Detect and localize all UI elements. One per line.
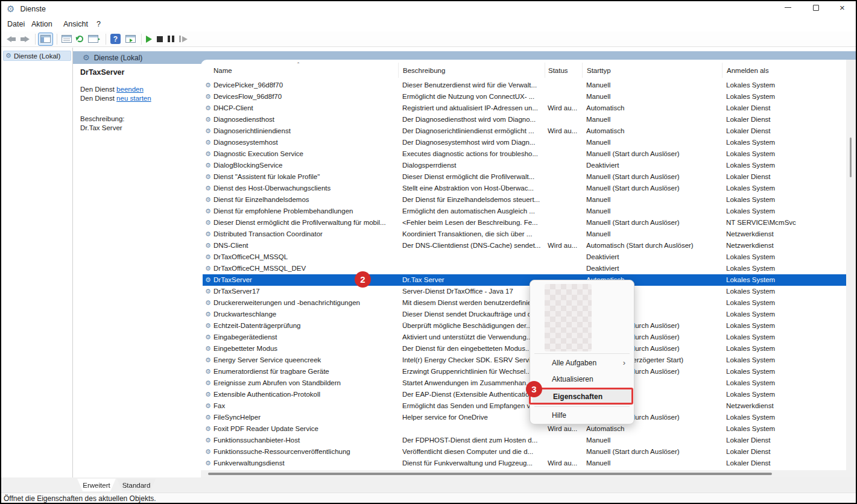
table-row[interactable]: ⚙Diagnostic Execution ServiceExecutes di… — [203, 148, 846, 160]
tree-item-dienste-lokal[interactable]: ⚙ Dienste (Lokal) — [3, 51, 71, 61]
table-row[interactable]: ⚙Energy Server Service queencreekIntel(r… — [203, 354, 846, 366]
table-row[interactable]: ⚙Funktionssuchanbieter-HostDer FDPHOST-D… — [203, 435, 846, 446]
menu-ansicht[interactable]: Ansicht — [63, 20, 88, 28]
table-row[interactable]: ⚙DevicesFlow_96d8f70Ermöglicht die Nutzu… — [203, 91, 846, 102]
cell-anmelden-als: Lokaler Dienst — [726, 446, 841, 458]
table-row[interactable]: ⚙EingabegerätedienstAktiviert und unters… — [203, 332, 846, 343]
cell-starttyp: Manuell — [586, 206, 743, 217]
table-row[interactable]: ⚙Dienst des Host-ÜberwachungsclientsStel… — [203, 183, 846, 194]
column-header-status[interactable]: Status — [548, 67, 568, 74]
cell-beschreibung: Ermöglicht das Senden und Empfangen v... — [402, 400, 545, 412]
tab-erweitert[interactable]: Erweitert — [77, 479, 116, 491]
table-row[interactable]: ⚙DruckwarteschlangeDieser Dienst sendet … — [203, 309, 846, 320]
column-divider[interactable] — [582, 63, 583, 78]
cell-anmelden-als: Lokales System — [726, 309, 841, 320]
cell-beschreibung: Der Diagnosesystemhost wird vom Diagn... — [402, 137, 545, 148]
horizontal-scrollbar[interactable] — [201, 470, 846, 477]
menu-item-hilfe[interactable]: Hilfe — [531, 408, 633, 423]
refresh-button[interactable] — [75, 33, 85, 46]
maximize-button[interactable] — [802, 0, 829, 15]
table-row[interactable]: ⚙DNS-ClientDer DNS-Clientdienst (DNS-Cac… — [203, 240, 846, 251]
cell-starttyp: Manuell (Start durch Auslöser) — [586, 446, 743, 458]
forward-button[interactable] — [19, 33, 31, 46]
menu-aktion[interactable]: Aktion — [31, 20, 52, 28]
column-header-beschreibung[interactable]: Beschreibung — [403, 67, 445, 74]
window-title: Dienste — [20, 5, 45, 13]
table-row[interactable]: ⚙DrTaxServer17Server-Dienst DrTaxOffice … — [203, 286, 846, 297]
table-row[interactable]: ⚙DiagnoserichtliniendienstDer Diagnoseri… — [203, 125, 846, 137]
cell-name: DrTaxOfficeCH_MSSQL — [213, 251, 397, 263]
stop-service-link[interactable]: beenden — [116, 86, 144, 93]
table-row[interactable]: ⚙Dieser Dienst ermöglicht die Profilverw… — [203, 217, 846, 228]
start-service-button[interactable] — [144, 33, 154, 46]
service-gear-icon: ⚙ — [205, 160, 213, 171]
results-title: Dienste (Lokal) — [94, 54, 143, 62]
properties-button[interactable] — [60, 33, 74, 46]
cell-beschreibung: Stellt eine Abstraktion von Host-Überwac… — [402, 183, 545, 194]
table-row[interactable]: ⚙Funktionssuche-Ressourcenveröffentlichu… — [203, 446, 846, 458]
column-divider[interactable] — [398, 63, 399, 78]
table-row[interactable]: ⚙Enumeratordienst für tragbare GeräteErz… — [203, 366, 846, 377]
help-button[interactable]: ? — [109, 33, 122, 46]
cell-name: Dieser Dienst ermöglicht die Profilverwa… — [213, 217, 397, 228]
restart-service-line: Den Dienst neu starten — [80, 95, 151, 102]
table-row[interactable]: ⚙Extensible Authentication-ProtokollDer … — [203, 389, 846, 400]
table-row[interactable]: ⚙Dienst für empfohlene Problembehandlung… — [203, 206, 846, 217]
column-divider[interactable] — [722, 63, 723, 78]
services-window: ⚙ Dienste × Datei Aktion Ansicht ? ? ⚙ D… — [0, 0, 857, 504]
restart-service-link[interactable]: neu starten — [116, 95, 151, 102]
menu-datei[interactable]: Datei — [7, 20, 25, 28]
table-row[interactable]: ⚙Dienst für EinzelhandelsdemosDer Dienst… — [203, 194, 846, 206]
table-row[interactable]: ⚙DrTaxServerDr.Tax ServerAutomatischLoka… — [203, 274, 846, 286]
vertical-scrollbar-thumb[interactable] — [850, 137, 852, 177]
back-button[interactable] — [5, 33, 17, 46]
table-row[interactable]: ⚙Distributed Transaction CoordinatorKoor… — [203, 228, 846, 240]
horizontal-scrollbar-thumb[interactable] — [208, 473, 772, 475]
cell-name: DrTaxServer17 — [213, 286, 397, 297]
close-button[interactable]: × — [829, 0, 856, 15]
table-row[interactable]: ⚙FunkverwaltungsdienstDienst für Funkver… — [203, 458, 846, 469]
service-gear-icon: ⚙ — [205, 377, 213, 389]
table-row[interactable]: ⚙Foxit PDF Reader Update ServiceWird au.… — [203, 423, 846, 435]
restart-service-button[interactable] — [177, 33, 189, 46]
table-row[interactable]: ⚙DrTaxOfficeCH_MSSQL_DEVDeaktiviertLokal… — [203, 263, 846, 274]
table-row[interactable]: ⚙FaxErmöglicht das Senden und Empfangen … — [203, 400, 846, 412]
table-row[interactable]: ⚙Dienst "Assistent für lokale Profile"Di… — [203, 171, 846, 183]
column-divider[interactable] — [545, 63, 545, 78]
cell-name: Dienst für Einzelhandelsdemos — [213, 194, 397, 206]
export-list-button[interactable] — [86, 33, 102, 46]
description-label: Beschreibung: — [80, 115, 125, 122]
table-row[interactable]: ⚙DHCP-ClientRegistriert und aktualisiert… — [203, 102, 846, 114]
menu-item-alle-aufgaben[interactable]: Alle Aufgaben › — [531, 355, 633, 371]
table-row[interactable]: ⚙Eingebetteter ModusDer Dienst für den e… — [203, 343, 846, 354]
pause-service-button[interactable] — [166, 33, 176, 46]
cell-starttyp: Manuell (Start durch Auslöser) — [586, 148, 743, 160]
column-header-anmelden-als[interactable]: Anmelden als — [727, 67, 769, 74]
table-row[interactable]: ⚙Ereignisse zum Abrufen von Standbildern… — [203, 377, 846, 389]
table-row[interactable]: ⚙Druckererweiterungen und -benachrichtig… — [203, 297, 846, 309]
cell-beschreibung: Der FDPHOST-Dienst dient zum Hosten d... — [402, 435, 545, 446]
menu-help[interactable]: ? — [96, 20, 101, 28]
table-row[interactable]: ⚙Echtzeit-DatenträgerprüfungÜberprüft mö… — [203, 320, 846, 332]
service-gear-icon: ⚙ — [205, 423, 213, 435]
show-action-pane-button[interactable] — [124, 33, 138, 46]
table-row[interactable]: ⚙FileSyncHelperHelper service for OneDri… — [203, 412, 846, 423]
service-gear-icon: ⚙ — [205, 240, 213, 251]
cell-starttyp: Manuell — [586, 435, 743, 446]
minimize-button[interactable] — [774, 0, 802, 15]
show-console-tree-button[interactable] — [38, 33, 53, 46]
table-row[interactable]: ⚙DiagnosesystemhostDer Diagnosesystemhos… — [203, 137, 846, 148]
tab-standard[interactable]: Standard — [117, 479, 156, 491]
table-row[interactable]: ⚙DevicePicker_96d8f70Dieser Benutzerdien… — [203, 80, 846, 91]
column-header-starttyp[interactable]: Starttyp — [587, 67, 611, 74]
menu-item-label: Alle Aufgaben — [552, 355, 596, 371]
column-header-name[interactable]: Name — [213, 67, 232, 74]
menu-item-aktualisieren[interactable]: Aktualisieren — [531, 371, 633, 387]
table-row[interactable]: ⚙DialogBlockingServiceDialogsperrdienstD… — [203, 160, 846, 171]
vertical-scrollbar[interactable] — [846, 60, 856, 470]
table-row[interactable]: ⚙DiagnosediensthostDer Diagnosediensthos… — [203, 114, 846, 125]
table-row[interactable]: ⚙DrTaxOfficeCH_MSSQLDeaktiviertLokales S… — [203, 251, 846, 263]
cell-name: Diagnostic Execution Service — [213, 148, 397, 160]
stop-service-button[interactable] — [155, 33, 165, 46]
cell-anmelden-als: Netzwerkdienst — [726, 400, 841, 412]
